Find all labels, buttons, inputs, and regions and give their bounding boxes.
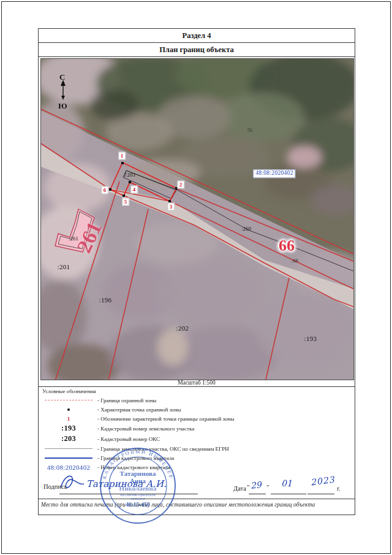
map-label-oks-203: :203 xyxy=(126,172,135,178)
legend-symbol-text-red: 1 xyxy=(42,416,95,422)
zone-point-dot-1 xyxy=(121,162,124,164)
date-year-suffix: г. xyxy=(337,485,341,492)
map-label-road-66: 66 xyxy=(279,238,295,254)
stamp-attr-2: АТТЕСТАТ xyxy=(130,497,146,500)
legend-item: - Характерная точка охранной зоны xyxy=(42,405,351,413)
legend-title: Условные обозначения xyxy=(42,388,351,394)
zone-point-label-1: 1 xyxy=(118,152,126,160)
date-year-handwritten: 2023 xyxy=(310,475,335,488)
legend-symbol-line-red xyxy=(42,400,95,400)
legend-swatch: :203 xyxy=(61,434,76,443)
map-label-mark-56: 56 xyxy=(247,128,252,133)
legend-item-label: - Обозначение характерной точки границы … xyxy=(97,416,234,422)
legend-symbol-text-black: :203 xyxy=(42,434,95,443)
stamp-name-1: Татаринова xyxy=(120,470,156,477)
zone-point-dot-6 xyxy=(109,188,111,191)
date-quote-open: " xyxy=(247,483,250,491)
boundary-plan-map: С Ю 48:08:2020402:203:26066:6656:201:261… xyxy=(40,58,354,380)
date-year-line xyxy=(307,494,334,494)
map-label-quarter-number: 48:08:2020402 xyxy=(253,169,295,178)
legend-symbol-line-gray xyxy=(42,448,95,449)
legend-swatch xyxy=(45,400,92,400)
date-label: Дата xyxy=(233,485,246,492)
map-label-parcel-193: :193 xyxy=(304,335,317,342)
legend-symbol-dot xyxy=(42,408,95,411)
legend-item: - Граница земельного участка, ОКС по све… xyxy=(42,445,351,453)
date-day-line xyxy=(249,494,266,494)
legend-symbol-line-blue xyxy=(42,457,95,459)
legend-item: - Граница охранной зоны xyxy=(42,396,351,404)
zone-point-dot-5 xyxy=(123,194,125,197)
zone-point-label-4: 4 xyxy=(130,186,138,194)
cadastral-engineer-stamp: КАДАСТРОВЫЙ ИНЖЕНЕР • • • • • • • • Тата… xyxy=(98,446,178,526)
date-month-handwritten: 01 xyxy=(281,478,292,488)
zone-point-label-6: 6 xyxy=(101,186,108,194)
map-label-parcel-202: :202 xyxy=(176,325,189,332)
legend-swatch xyxy=(45,448,92,449)
zone-point-label-5: 5 xyxy=(122,198,129,206)
legend-swatch: 1 xyxy=(67,416,70,422)
legend-item: :203- Кадастровый номер ОКС xyxy=(42,434,351,443)
stamp-name-3: Николаевна xyxy=(119,484,157,492)
map-labels-layer: 48:08:2020402:203:26066:6656:201:261261:… xyxy=(41,59,353,380)
legend-item-label: - Характерная точка охранной зоны xyxy=(97,407,181,413)
legend-item: :193- Кадастровый номер земельного участ… xyxy=(42,424,351,433)
stamp-name-2: Анна xyxy=(130,477,146,484)
map-label-parcel-196: :196 xyxy=(99,297,112,304)
legend-swatch xyxy=(67,408,70,411)
stamp-number: 48-15-456 xyxy=(126,502,150,508)
date-month-line xyxy=(271,494,306,494)
stamp-attr-1: КВАЛИФИКАЦИОННЫЙ xyxy=(120,494,156,497)
map-label-parcel-66: :66 xyxy=(291,258,298,264)
document-page: Раздел 4 План границ объекта xyxy=(0,0,392,555)
section-heading: Раздел 4 xyxy=(39,29,355,43)
zone-point-dot-4 xyxy=(129,181,131,183)
page-title: План границ объекта xyxy=(39,43,355,57)
date-quote-close: " xyxy=(266,483,270,491)
legend-item-label: - Граница охранной зоны xyxy=(97,397,156,404)
document-frame: Раздел 4 План границ объекта xyxy=(38,28,355,515)
footer-divider xyxy=(39,499,355,499)
legend-item: - Граница кадастрового квартала xyxy=(42,454,351,462)
legend-item-label: - Кадастровый номер земельного участка xyxy=(97,426,194,432)
legend-rows: - Граница охранной зоны- Характерная точ… xyxy=(42,396,351,471)
legend-swatch: :193 xyxy=(61,424,76,433)
legend-swatch xyxy=(45,457,92,459)
legend-divider xyxy=(39,386,355,387)
map-label-big-261: 261 xyxy=(74,219,105,256)
zone-point-label-2: 2 xyxy=(177,181,184,189)
map-label-parcel-201: :201 xyxy=(58,264,70,270)
legend-item: 1- Обозначение характерной точки границы… xyxy=(42,415,351,423)
legend-symbol-text-black: :193 xyxy=(42,424,95,433)
map-label-parcel-260: :260 xyxy=(241,226,251,232)
legend-item-label: - Кадастровый номер ОКС xyxy=(97,436,160,442)
map-scale: Масштаб 1:500 xyxy=(39,380,355,386)
legend: Условные обозначения - Граница охранной … xyxy=(42,388,351,472)
date-day-handwritten: 29 xyxy=(250,480,262,490)
zone-point-label-3: 3 xyxy=(167,203,175,211)
stamp-place-note: Место для оттиска печати (при наличии) л… xyxy=(41,502,351,508)
zone-point-dot-3 xyxy=(168,200,171,202)
